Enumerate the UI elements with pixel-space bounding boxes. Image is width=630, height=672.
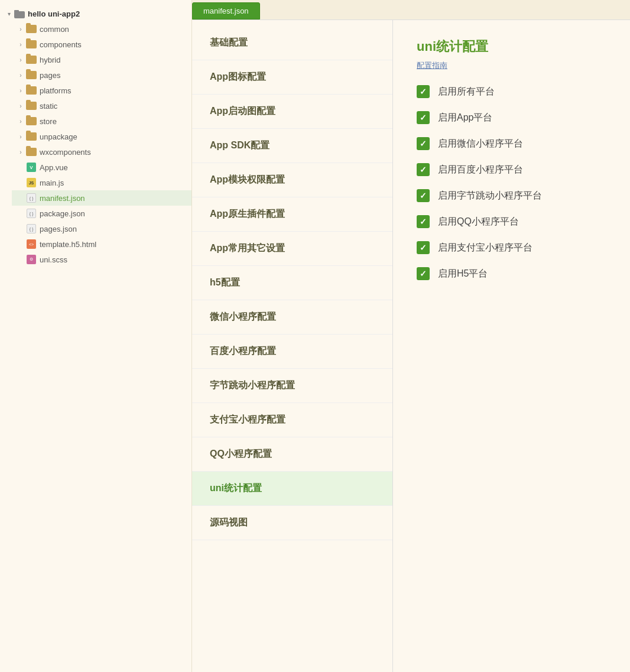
sidebar-item-pages-json[interactable]: › { } pages.json [12,221,191,236]
checkbox-bytedance-miniprogram: 启用字节跳动小程序平台 [417,189,606,202]
menu-item-app-splash[interactable]: App启动图配置 [192,95,392,129]
folder-icon-pages [26,70,37,80]
sidebar-item-uni-scss[interactable]: › ⚙ uni.scss [12,252,191,267]
menu-item-app-other-settings[interactable]: App常用其它设置 [192,232,392,266]
static-label: static [40,102,57,111]
checkbox-qq-miniprogram: 启用QQ小程序平台 [417,215,606,228]
checkbox-baidu-miniprogram: 启用百度小程序平台 [417,163,606,176]
checkbox-bytedance-miniprogram-label: 启用字节跳动小程序平台 [438,190,542,202]
platforms-arrow: › [17,86,25,95]
checkbox-wechat-miniprogram-label: 启用微信小程序平台 [438,138,523,150]
manifest-json-file-icon: { } [26,193,37,203]
vue-file-icon: V [26,163,37,172]
checkbox-bytedance-miniprogram-check[interactable] [417,189,430,202]
common-arrow: › [17,25,25,33]
pages-json-file-icon: { } [26,224,37,233]
checkbox-qq-miniprogram-check[interactable] [417,215,430,228]
menu-item-app-native-plugins[interactable]: App原生插件配置 [192,197,392,232]
checkbox-all-platforms: 启用所有平台 [417,85,606,98]
checkbox-h5-platform-check[interactable] [417,267,430,280]
store-label: store [40,117,57,126]
wxcomponents-arrow: › [17,148,25,156]
menu-item-alipay-miniprogram[interactable]: 支付宝小程序配置 [192,403,392,437]
platforms-label: platforms [40,86,71,95]
template-html-label: template.h5.html [40,240,96,249]
components-label: components [40,40,82,49]
root-arrow: ▾ [5,9,13,18]
sidebar-item-platforms[interactable]: › platforms [12,83,191,98]
app-vue-label: App.vue [40,163,68,172]
sidebar-item-main-js[interactable]: › JS main.js [12,175,191,190]
sidebar-item-common[interactable]: › common [12,21,191,37]
menu-item-qq-miniprogram[interactable]: QQ小程序配置 [192,437,392,472]
checkbox-wechat-miniprogram-check[interactable] [417,137,430,150]
sidebar-item-wxcomponents[interactable]: › wxcomponents [12,144,191,160]
folder-icon-store [26,116,37,126]
svg-rect-1 [14,10,19,12]
checkbox-baidu-miniprogram-label: 启用百度小程序平台 [438,164,523,176]
checkbox-app-platform-label: 启用App平台 [438,112,492,124]
sidebar-item-hybrid[interactable]: › hybrid [12,52,191,67]
project-icon [14,9,25,18]
sidebar-item-static[interactable]: › static [12,98,191,113]
sidebar-item-store[interactable]: › store [12,113,191,129]
package-json-file-icon: { } [26,209,37,218]
sidebar-item-unpackage[interactable]: › unpackage [12,129,191,144]
folder-icon-components [26,40,37,49]
folder-icon-common [26,24,37,34]
menu-item-app-icon[interactable]: App图标配置 [192,60,392,95]
checkbox-h5-platform-label: 启用H5平台 [438,268,488,280]
pages-arrow: › [17,71,25,79]
sidebar-item-app-vue[interactable]: › V App.vue [12,160,191,175]
checkbox-baidu-miniprogram-check[interactable] [417,163,430,176]
static-arrow: › [17,102,25,110]
common-label: common [40,25,69,34]
menu-panel: 基础配置 App图标配置 App启动图配置 App SDK配置 App模块权限配… [192,20,393,672]
folder-icon-static [26,101,37,111]
root-label: hello uni-app2 [28,9,80,18]
sidebar-item-manifest-json[interactable]: › { } manifest.json [12,190,191,206]
hybrid-arrow: › [17,56,25,64]
menu-item-source-view[interactable]: 源码视图 [192,506,392,540]
uni-scss-label: uni.scss [40,255,67,264]
right-panel-title: uni统计配置 [417,38,606,56]
config-guide-link[interactable]: 配置指南 [417,60,606,71]
menu-item-uni-statistics[interactable]: uni统计配置 [192,472,392,506]
sidebar-item-pages[interactable]: › pages [12,67,191,83]
menu-item-app-permissions[interactable]: App模块权限配置 [192,163,392,197]
wxcomponents-label: wxcomponents [40,148,91,157]
sidebar-root-item[interactable]: ▾ hello uni-app2 [0,6,191,21]
folder-icon-wxcomponents [26,147,37,157]
menu-item-basic-config[interactable]: 基础配置 [192,26,392,60]
sidebar-item-template-h5-html[interactable]: › <> template.h5.html [12,236,191,252]
menu-item-wechat-miniprogram[interactable]: 微信小程序配置 [192,300,392,335]
components-arrow: › [17,40,25,48]
tab-bar: manifest.json [192,0,630,20]
checkbox-all-platforms-check[interactable] [417,85,430,98]
sidebar: ▾ hello uni-app2 › common › components ›… [0,0,192,672]
sidebar-item-package-json[interactable]: › { } package.json [12,206,191,221]
store-arrow: › [17,117,25,125]
main-content: manifest.json 基础配置 App图标配置 App启动图配置 App … [192,0,630,672]
menu-item-h5-config[interactable]: h5配置 [192,266,392,300]
menu-item-baidu-miniprogram[interactable]: 百度小程序配置 [192,335,392,369]
checkbox-app-platform-check[interactable] [417,111,430,124]
checkbox-app-platform: 启用App平台 [417,111,606,124]
checkbox-alipay-miniprogram-check[interactable] [417,241,430,254]
sidebar-item-components[interactable]: › components [12,37,191,52]
manifest-json-label: manifest.json [40,194,85,203]
main-js-label: main.js [40,178,64,187]
menu-item-app-sdk[interactable]: App SDK配置 [192,129,392,163]
menu-item-bytedance-miniprogram[interactable]: 字节跳动小程序配置 [192,369,392,403]
unpackage-label: unpackage [40,132,77,141]
checkbox-wechat-miniprogram: 启用微信小程序平台 [417,137,606,150]
folder-icon-unpackage [26,132,37,141]
tab-manifest-json[interactable]: manifest.json [192,2,260,20]
checkbox-all-platforms-label: 启用所有平台 [438,86,495,98]
checkbox-alipay-miniprogram-label: 启用支付宝小程序平台 [438,242,532,254]
checkbox-h5-platform: 启用H5平台 [417,267,606,280]
hybrid-label: hybrid [40,56,60,64]
folder-list: › common › components › hybrid › pages ›… [0,21,191,267]
content-area: 基础配置 App图标配置 App启动图配置 App SDK配置 App模块权限配… [192,20,630,672]
scss-file-icon: ⚙ [26,255,37,264]
